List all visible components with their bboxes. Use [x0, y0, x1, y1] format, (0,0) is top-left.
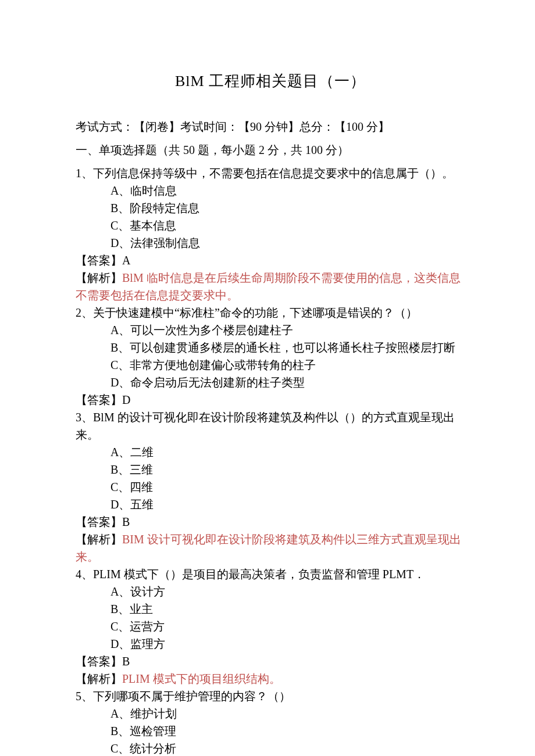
question-stem: 1、下列信息保持等级中，不需要包括在信息提交要求中的信息属于（）。 [76, 164, 465, 182]
question-option: A、临时信息 [76, 182, 465, 199]
answer-line: 【答案】A [76, 252, 465, 269]
question-option: A、维护计划 [76, 705, 465, 722]
answer-line: 【答案】D [76, 391, 465, 409]
analysis-text: PLIM 模式下的项目组织结构。 [122, 672, 281, 685]
section-header: 一、单项选择题（共 50 题，每小题 2 分，共 100 分） [76, 141, 465, 159]
question-stem: 5、下列哪项不属于维护管理的内容？（） [76, 687, 465, 705]
question-option: B、巡检管理 [76, 722, 465, 740]
question-option: A、二维 [76, 443, 465, 461]
analysis-label: 【解析】 [76, 271, 122, 284]
analysis-text: BlM 临时信息是在后续生命周期阶段不需要使用的信息，这类信息不需要包括在信息提… [76, 271, 461, 302]
document-title: BlM 工程师相关题目（一） [76, 70, 465, 92]
question-option: D、法律强制信息 [76, 234, 465, 252]
question-option: D、五维 [76, 496, 465, 513]
question-option: D、命令启动后无法创建新的柱子类型 [76, 374, 465, 391]
analysis-label: 【解析】 [76, 672, 122, 685]
question-option: A、可以一次性为多个楼层创建柱子 [76, 321, 465, 339]
analysis-line: 【解析】PLIM 模式下的项目组织结构。 [76, 670, 465, 687]
exam-info: 考试方式：【闭卷】考试时间：【90 分钟】总分：【100 分】 [76, 118, 465, 135]
analysis-label: 【解析】 [76, 533, 122, 546]
document-page: BlM 工程师相关题目（一） 考试方式：【闭卷】考试时间：【90 分钟】总分：【… [0, 0, 535, 756]
answer-line: 【答案】B [76, 513, 465, 531]
question-option: B、业主 [76, 600, 465, 618]
question-option: C、四维 [76, 478, 465, 496]
question-option: B、阶段特定信息 [76, 199, 465, 217]
question-stem: 2、关于快速建模中“标准柱”命令的功能，下述哪项是错误的？（） [76, 304, 465, 321]
analysis-text: BIM 设计可视化即在设计阶段将建筑及构件以三维方式直观呈现出来。 [76, 533, 461, 563]
question-stem: 3、BlM 的设计可视化即在设计阶段将建筑及构件以（）的方式直观呈现出来。 [76, 409, 465, 443]
analysis-line: 【解析】BlM 临时信息是在后续生命周期阶段不需要使用的信息，这类信息不需要包括… [76, 269, 465, 304]
question-stem: 4、PLIM 模式下（）是项目的最高决策者，负责监督和管理 PLMT． [76, 565, 465, 583]
question-option: D、监理方 [76, 635, 465, 653]
question-option: A、设计方 [76, 583, 465, 600]
analysis-line: 【解析】BIM 设计可视化即在设计阶段将建筑及构件以三维方式直观呈现出来。 [76, 531, 465, 565]
question-option: B、三维 [76, 461, 465, 478]
answer-line: 【答案】B [76, 653, 465, 670]
question-option: C、基本信息 [76, 217, 465, 234]
question-option: C、运营方 [76, 618, 465, 635]
question-option: C、统计分析 [76, 740, 465, 756]
question-option: C、非常方便地创建偏心或带转角的柱子 [76, 356, 465, 374]
question-option: B、可以创建贯通多楼层的通长柱，也可以将通长柱子按照楼层打断 [76, 339, 465, 356]
